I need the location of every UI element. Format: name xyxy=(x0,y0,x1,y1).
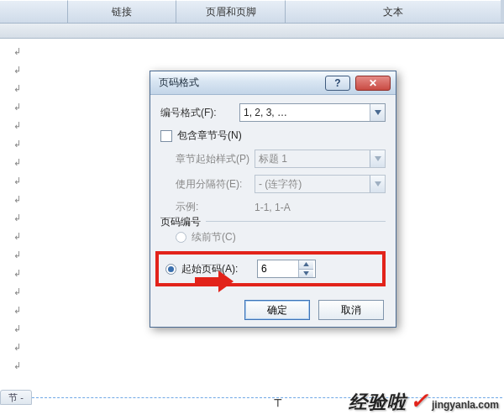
separator-select: - (连字符) xyxy=(255,175,386,193)
paragraph-mark: ↲ xyxy=(13,116,24,134)
dropdown-arrow-icon xyxy=(370,104,385,121)
start-at-spinner[interactable] xyxy=(257,260,316,278)
paragraph-mark: ↲ xyxy=(13,282,24,301)
ribbon-spacer xyxy=(0,0,67,23)
paragraph-mark: ↲ xyxy=(13,338,24,356)
paragraph-mark: ↲ xyxy=(13,171,24,190)
watermark: 经验啦 ✓ jingyanla.com xyxy=(349,388,499,415)
ribbon-group-header-footer[interactable]: 页眉和页脚 xyxy=(176,0,286,23)
include-chapter-checkbox[interactable] xyxy=(160,130,172,142)
checkmark-icon: ✓ xyxy=(410,388,428,414)
number-format-label: 编号格式(F): xyxy=(160,106,239,120)
dialog-body: 编号格式(F): 1, 2, 3, … 包含章节号(N) 章节起始样式(P) 标… xyxy=(150,95,396,327)
chapter-style-label: 章节起始样式(P) xyxy=(176,152,255,166)
ruler xyxy=(0,24,504,39)
dialog-titlebar[interactable]: 页码格式 ? ✕ xyxy=(150,71,396,95)
paragraph-mark: ↲ xyxy=(13,97,24,116)
cancel-button[interactable]: 取消 xyxy=(318,300,384,320)
paragraph-mark: ↲ xyxy=(13,264,24,282)
continue-previous-label: 续前节(C) xyxy=(192,230,236,244)
ribbon-group-link[interactable]: 链接 xyxy=(67,0,176,23)
paragraph-mark: ↲ xyxy=(13,42,24,60)
watermark-url: jingyanla.com xyxy=(432,399,499,411)
page-number-format-dialog: 页码格式 ? ✕ 编号格式(F): 1, 2, 3, … 包含章节号(N) 章节… xyxy=(150,71,396,328)
paragraph-mark: ↲ xyxy=(13,134,24,153)
close-icon: ✕ xyxy=(369,77,377,89)
text-cursor-icon: ⸆ xyxy=(274,396,282,413)
ok-button[interactable]: 确定 xyxy=(244,300,310,320)
start-at-radio[interactable] xyxy=(165,264,176,275)
include-chapter-label: 包含章节号(N) xyxy=(177,129,242,143)
number-format-value: 1, 2, 3, … xyxy=(244,107,287,118)
page-numbering-title: 页码编号 xyxy=(160,215,206,229)
section-indicator[interactable]: 节 - xyxy=(0,390,32,405)
help-icon: ? xyxy=(334,77,340,89)
ribbon-group-text[interactable]: 文本 xyxy=(286,0,501,23)
highlight-annotation: 起始页码(A): xyxy=(155,251,386,286)
dropdown-arrow-icon xyxy=(370,176,385,192)
chapter-style-value: 标题 1 xyxy=(259,152,287,166)
dropdown-arrow-icon xyxy=(370,150,385,167)
paragraph-mark: ↲ xyxy=(13,79,24,97)
chapter-style-select: 标题 1 xyxy=(255,150,386,168)
paragraph-mark: ↲ xyxy=(13,356,24,375)
paragraph-marks-column: ↲ ↲ ↲ ↲ ↲ ↲ ↲ ↲ ↲ ↲ ↲ ↲ ↲ ↲ ↲ ↲ ↲ ↲ xyxy=(13,42,24,410)
spinner-down-icon[interactable] xyxy=(299,269,313,278)
separator-value: - (连字符) xyxy=(259,177,302,192)
continue-previous-radio[interactable] xyxy=(176,232,186,243)
example-value: 1-1, 1-A xyxy=(255,202,386,213)
dialog-title: 页码格式 xyxy=(159,76,325,90)
example-label: 示例: xyxy=(176,200,255,214)
help-button[interactable]: ? xyxy=(325,76,350,91)
paragraph-mark: ↲ xyxy=(13,227,24,245)
start-at-input[interactable] xyxy=(258,260,298,277)
close-button[interactable]: ✕ xyxy=(355,76,391,91)
paragraph-mark: ↲ xyxy=(13,153,24,171)
spinner-up-icon[interactable] xyxy=(299,260,313,269)
separator-label: 使用分隔符(E): xyxy=(176,177,255,192)
paragraph-mark: ↲ xyxy=(13,319,24,338)
paragraph-mark: ↲ xyxy=(13,208,24,227)
watermark-text: 经验啦 xyxy=(349,390,407,415)
paragraph-mark: ↲ xyxy=(13,245,24,264)
paragraph-mark: ↲ xyxy=(13,190,24,208)
ribbon-tabs: 链接 页眉和页脚 文本 xyxy=(0,0,504,24)
dialog-footer: 确定 取消 xyxy=(150,293,396,327)
number-format-select[interactable]: 1, 2, 3, … xyxy=(239,103,386,122)
paragraph-mark: ↲ xyxy=(13,301,24,319)
arrow-annotation-icon xyxy=(195,270,234,296)
paragraph-mark: ↲ xyxy=(13,60,24,79)
